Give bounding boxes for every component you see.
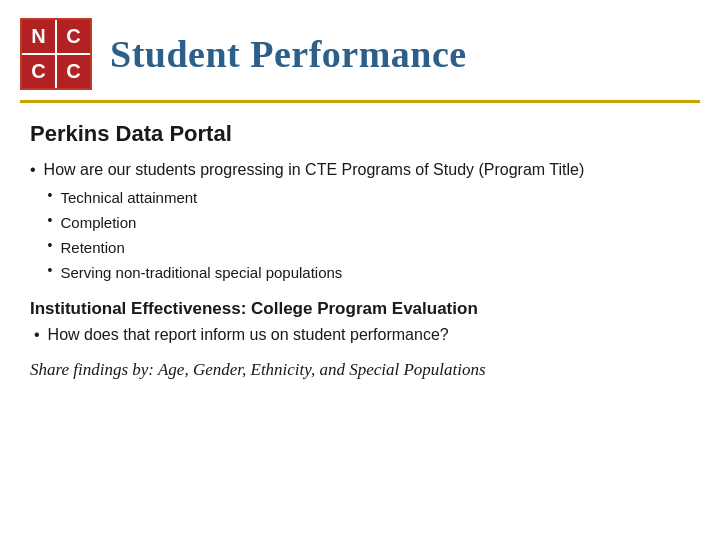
list-item: • Retention <box>48 237 585 258</box>
sub-bullet-text-4: Serving non-traditional special populati… <box>61 262 343 283</box>
institutional-bullet-item: • How does that report inform us on stud… <box>34 324 690 346</box>
list-item: • Technical attainment <box>48 187 585 208</box>
logo-c-bottom-left: C <box>22 54 56 88</box>
list-item: • Completion <box>48 212 585 233</box>
sub-bullets-list: • Technical attainment • Completion • Re… <box>48 187 585 283</box>
sub-bullet-dot-1: • <box>48 187 53 203</box>
share-text: Share findings by: Age, Gender, Ethnicit… <box>30 357 690 383</box>
gold-divider <box>20 100 700 103</box>
logo-c-bottom-right: C <box>56 54 90 88</box>
sub-bullet-dot-2: • <box>48 212 53 228</box>
main-content: Perkins Data Portal • How are our studen… <box>0 121 720 382</box>
institutional-section: Institutional Effectiveness: College Pro… <box>30 299 690 346</box>
nccc-logo: N C C C <box>20 18 92 90</box>
slide: N C C C Student Performance Perkins Data… <box>0 0 720 540</box>
list-item: • Serving non-traditional special popula… <box>48 262 585 283</box>
main-bullet-item: • How are our students progressing in CT… <box>30 159 690 287</box>
institutional-bullet-text: How does that report inform us on studen… <box>48 324 449 346</box>
sub-bullet-dot-3: • <box>48 237 53 253</box>
sub-bullet-text-2: Completion <box>61 212 137 233</box>
share-section: Share findings by: Age, Gender, Ethnicit… <box>30 357 690 383</box>
section-title: Perkins Data Portal <box>30 121 690 147</box>
header: N C C C Student Performance <box>0 0 720 100</box>
logo-c-right: C <box>56 20 90 54</box>
page-title: Student Performance <box>110 32 467 76</box>
sub-bullet-text-1: Technical attainment <box>61 187 198 208</box>
sub-bullet-dot-4: • <box>48 262 53 278</box>
main-bullet-text: How are our students progressing in CTE … <box>44 161 585 178</box>
logo-nc-left: N <box>22 20 56 54</box>
institutional-bullet-dot: • <box>34 326 40 344</box>
sub-bullet-text-3: Retention <box>61 237 125 258</box>
institutional-title: Institutional Effectiveness: College Pro… <box>30 299 690 319</box>
main-bullet-dot: • <box>30 161 36 179</box>
